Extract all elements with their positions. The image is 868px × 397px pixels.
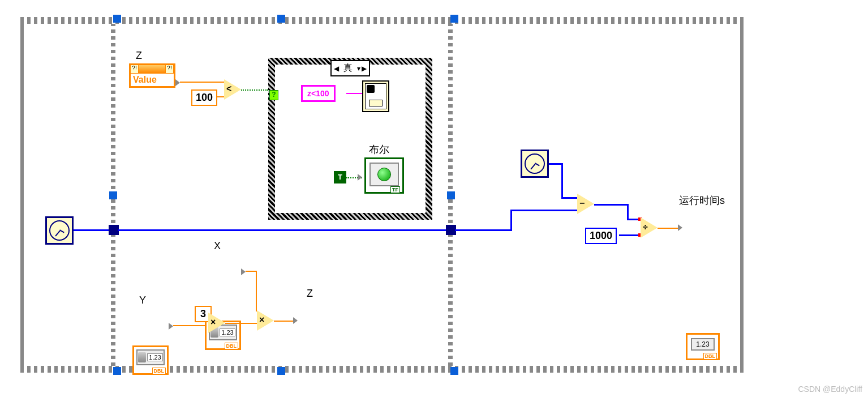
y-control[interactable]: 1.23 DBL — [132, 345, 169, 375]
dbl-type-tag: DBL — [152, 368, 166, 374]
z-out-label: Z — [307, 288, 313, 300]
multiply-node-1[interactable]: × — [208, 313, 225, 333]
multiply-node-2[interactable]: × — [257, 310, 274, 331]
subtract-node[interactable]: − — [577, 194, 594, 214]
watermark-text: CSDN @EddyCliff — [798, 385, 862, 394]
wire — [74, 229, 111, 231]
led-icon — [377, 168, 391, 181]
resize-handle[interactable] — [113, 367, 121, 375]
input-terminal — [293, 317, 298, 324]
wire — [594, 204, 628, 206]
wire — [561, 197, 577, 199]
resize-handle[interactable] — [113, 15, 121, 23]
case-dropdown-icon[interactable]: ▾ — [357, 65, 360, 72]
resize-handle[interactable] — [450, 15, 458, 23]
resize-handle[interactable] — [109, 191, 117, 199]
runtime-label: 运行时间s — [679, 194, 725, 207]
wire — [173, 325, 208, 326]
wire — [510, 210, 512, 231]
boolean-constant-true[interactable]: T — [334, 171, 346, 183]
bool-indicator-label: 布尔 — [369, 143, 389, 156]
wire — [510, 210, 577, 211]
tick-count-icon — [45, 216, 74, 245]
input-terminal — [358, 174, 362, 181]
dbl-type-tag: DBL — [225, 343, 239, 349]
case-prev-icon[interactable]: ◀ — [334, 65, 339, 72]
boolean-indicator[interactable]: TF — [364, 157, 404, 194]
case-next-icon[interactable]: ▶ — [362, 65, 367, 72]
case-selector-terminal: ? — [269, 90, 278, 100]
tick-count-icon — [521, 150, 549, 178]
divide-node[interactable]: ÷ — [641, 217, 658, 238]
less-than-node[interactable]: < — [224, 79, 241, 100]
numeric-constant-100[interactable]: 100 — [191, 89, 217, 106]
numeric-constant-1000[interactable]: 1000 — [585, 228, 617, 244]
one-button-dialog-icon[interactable] — [362, 80, 389, 112]
output-terminal — [241, 268, 246, 275]
output-terminal — [169, 323, 173, 330]
wire — [246, 271, 257, 272]
x-label: X — [214, 240, 221, 252]
wire-string — [346, 93, 362, 94]
resize-handle[interactable] — [277, 367, 285, 375]
wire — [118, 229, 448, 231]
string-constant-z100[interactable]: z<100 — [301, 85, 336, 102]
input-terminal — [678, 224, 682, 231]
resize-handle[interactable] — [277, 15, 285, 23]
resize-handle[interactable] — [450, 367, 458, 375]
dbl-type-tag: DBL — [703, 353, 717, 360]
wire — [627, 204, 629, 220]
wire — [561, 163, 563, 198]
tf-type-tag: TF — [390, 186, 400, 193]
wire — [225, 323, 257, 324]
output-terminal — [175, 79, 180, 86]
wire — [256, 271, 257, 311]
z-local-variable[interactable]: ?!?! Value — [129, 63, 175, 88]
runtime-indicator[interactable]: 1.23 DBL — [686, 333, 720, 360]
z-local-var-field: Value — [131, 73, 174, 86]
case-label: 真 — [340, 62, 356, 74]
wire-bool — [241, 89, 268, 91]
case-structure[interactable]: ◀ 真 ▾ ▶ ? — [268, 58, 432, 220]
wire — [455, 229, 512, 231]
wire — [549, 163, 562, 165]
y-label: Y — [139, 294, 146, 306]
z-var-label: Z — [136, 50, 142, 62]
case-selector[interactable]: ◀ 真 ▾ ▶ — [330, 60, 370, 76]
resize-handle[interactable] — [447, 191, 455, 199]
wire — [217, 96, 225, 97]
wire — [180, 82, 224, 83]
wire — [619, 234, 641, 236]
